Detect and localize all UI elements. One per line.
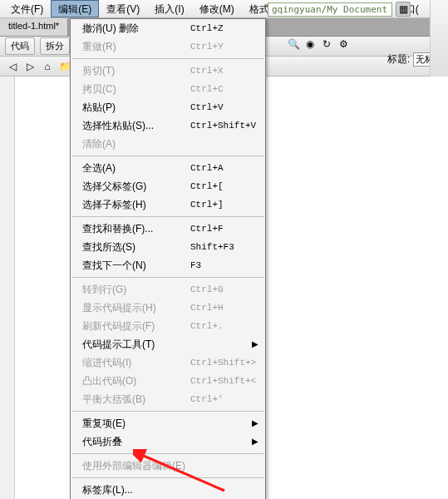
- menu-item: 显示代码提示(H)Ctrl+H: [71, 299, 265, 317]
- menu-item[interactable]: 代码提示工具(T)▶: [71, 335, 265, 353]
- search-icon[interactable]: 🔍: [286, 37, 301, 52]
- menu-item-shortcut: Ctrl+]: [190, 198, 224, 211]
- menu-item-label: 选择性粘贴(S)...: [82, 119, 190, 132]
- menu-separator: [72, 216, 263, 217]
- address-go-icon[interactable]: ▦: [396, 2, 411, 17]
- menu-item[interactable]: 选择子标签(H)Ctrl+]: [71, 195, 265, 214]
- menu-separator: [72, 453, 263, 454]
- menu-item-shortcut: Ctrl+': [190, 393, 224, 406]
- menu-item[interactable]: 粘贴(P)Ctrl+V: [71, 98, 265, 116]
- menu-item[interactable]: 全选(A)Ctrl+A: [71, 159, 265, 177]
- toolbar-icon-group: 🔍 ◉ ↻ ⚙: [286, 37, 351, 52]
- menu-insert[interactable]: 插入(I): [147, 0, 191, 17]
- menu-item-label: 标签库(L)...: [82, 483, 190, 497]
- menu-item-label: 转到行(G): [82, 283, 190, 296]
- menu-item-shortcut: Ctrl+Shift+>: [190, 356, 256, 369]
- menu-item[interactable]: 查找和替换(F)...Ctrl+F: [71, 220, 265, 238]
- submenu-arrow-icon: ▶: [252, 338, 258, 351]
- menu-item[interactable]: 重复项(E)▶: [71, 414, 265, 432]
- menu-item-label: 清除(A): [82, 137, 190, 151]
- menu-modify[interactable]: 修改(M): [192, 0, 242, 17]
- menu-item-shortcut: Ctrl+V: [190, 101, 224, 114]
- menu-separator: [72, 277, 263, 278]
- address-bar: ▦: [268, 2, 411, 17]
- menu-item-label: 剪切(T): [82, 64, 190, 77]
- menu-item-label: 重复项(E): [82, 417, 190, 430]
- menu-view[interactable]: 查看(V): [99, 0, 147, 17]
- menu-item-label: 凸出代码(O): [82, 374, 190, 388]
- home-icon[interactable]: ⌂: [40, 59, 55, 74]
- menu-item: 转到行(G)Ctrl+G: [71, 280, 265, 299]
- menu-item[interactable]: 选择性粘贴(S)...Ctrl+Shift+V: [71, 116, 265, 135]
- menu-item: 剪切(T)Ctrl+X: [71, 62, 265, 80]
- address-input[interactable]: [268, 2, 392, 17]
- menu-item[interactable]: 代码折叠▶: [71, 432, 265, 451]
- menu-item-label: 代码提示工具(T): [82, 338, 190, 351]
- menu-item-shortcut: Ctrl+Shift+<: [190, 374, 256, 388]
- menu-item-label: 刷新代码提示(F): [82, 319, 190, 333]
- submenu-arrow-icon: ▶: [252, 435, 258, 448]
- menu-item-shortcut: Ctrl+C: [190, 82, 224, 96]
- menu-item: 使用外部编辑器编辑(E): [71, 457, 265, 475]
- menu-edit[interactable]: 编辑(E): [51, 0, 99, 17]
- menu-item-shortcut: Ctrl+Y: [190, 40, 224, 53]
- menu-item-shortcut: Ctrl+Z: [190, 22, 224, 35]
- menu-item-shortcut: Ctrl+Shift+V: [190, 119, 256, 132]
- menu-item-label: 使用外部编辑器编辑(E): [82, 459, 190, 472]
- menu-item: 平衡大括弧(B)Ctrl+': [71, 390, 265, 408]
- menu-item: 重做(R)Ctrl+Y: [71, 37, 265, 56]
- refresh-icon[interactable]: ↻: [319, 37, 334, 52]
- globe-icon[interactable]: ◉: [303, 37, 318, 52]
- menu-item-label: 查找和替换(F)...: [82, 222, 190, 235]
- menu-item-label: 撤消(U) 删除: [82, 22, 190, 35]
- menu-item-label: 拷贝(C): [82, 82, 190, 96]
- menu-item-label: 代码折叠: [82, 435, 190, 448]
- menu-item-label: 缩进代码(I): [82, 356, 190, 369]
- menu-item-shortcut: F3: [190, 259, 201, 272]
- menu-item[interactable]: 查找下一个(N)F3: [71, 256, 265, 274]
- menu-item-shortcut: Ctrl+H: [190, 301, 224, 314]
- document-tab[interactable]: titled-1.html*: [0, 18, 68, 36]
- menu-item-shortcut: Ctrl+.: [190, 319, 224, 333]
- gear-icon[interactable]: ⚙: [336, 37, 351, 52]
- menu-item-label: 显示代码提示(H): [82, 301, 190, 314]
- menu-item-shortcut: Ctrl+A: [190, 161, 224, 175]
- menu-item-shortcut: Ctrl+X: [190, 64, 224, 77]
- menu-item-label: 平衡大括弧(B): [82, 393, 190, 406]
- menu-item[interactable]: 选择父标签(G)Ctrl+[: [71, 177, 265, 195]
- menu-item-shortcut: Ctrl+G: [190, 283, 224, 296]
- menu-file[interactable]: 文件(F): [3, 0, 51, 17]
- menu-item: 凸出代码(O)Ctrl+Shift+<: [71, 372, 265, 390]
- nav-back-icon[interactable]: ◁: [5, 59, 20, 74]
- menu-separator: [72, 156, 263, 156]
- menu-item-shortcut: Ctrl+F: [190, 222, 224, 235]
- menu-item-label: 查找所选(S): [82, 240, 190, 254]
- menu-item-label: 查找下一个(N): [82, 259, 190, 272]
- menu-item[interactable]: 标签库(L)...: [71, 481, 265, 499]
- edit-menu-dropdown: 撤消(U) 删除Ctrl+Z重做(R)Ctrl+Y剪切(T)Ctrl+X拷贝(C…: [70, 18, 266, 499]
- menu-separator: [72, 58, 263, 59]
- menu-item: 清除(A): [71, 135, 265, 153]
- menu-item-label: 粘贴(P): [82, 101, 190, 114]
- menu-item[interactable]: 撤消(U) 删除Ctrl+Z: [71, 19, 265, 37]
- submenu-arrow-icon: ▶: [252, 417, 258, 430]
- menu-separator: [72, 477, 263, 478]
- menu-item: 刷新代码提示(F)Ctrl+.: [71, 317, 265, 335]
- menu-item[interactable]: 查找所选(S)Shift+F3: [71, 238, 265, 256]
- vertical-ruler: [0, 77, 15, 499]
- menu-item-label: 重做(R): [82, 40, 190, 53]
- split-view-button[interactable]: 拆分: [40, 37, 70, 55]
- title-label: 标题:: [387, 52, 410, 67]
- menu-separator: [72, 411, 263, 412]
- code-view-button[interactable]: 代码: [5, 37, 35, 55]
- menu-item-shortcut: Shift+F3: [190, 240, 234, 254]
- menu-item-label: 选择子标签(H): [82, 198, 190, 211]
- right-panel-edge: [430, 0, 448, 77]
- menu-item-label: 选择父标签(G): [82, 180, 190, 193]
- menu-item-shortcut: Ctrl+[: [190, 180, 224, 193]
- nav-forward-icon[interactable]: ▷: [22, 59, 37, 74]
- menu-item-label: 全选(A): [82, 161, 190, 175]
- menu-item: 缩进代码(I)Ctrl+Shift+>: [71, 353, 265, 372]
- menu-item: 拷贝(C)Ctrl+C: [71, 80, 265, 98]
